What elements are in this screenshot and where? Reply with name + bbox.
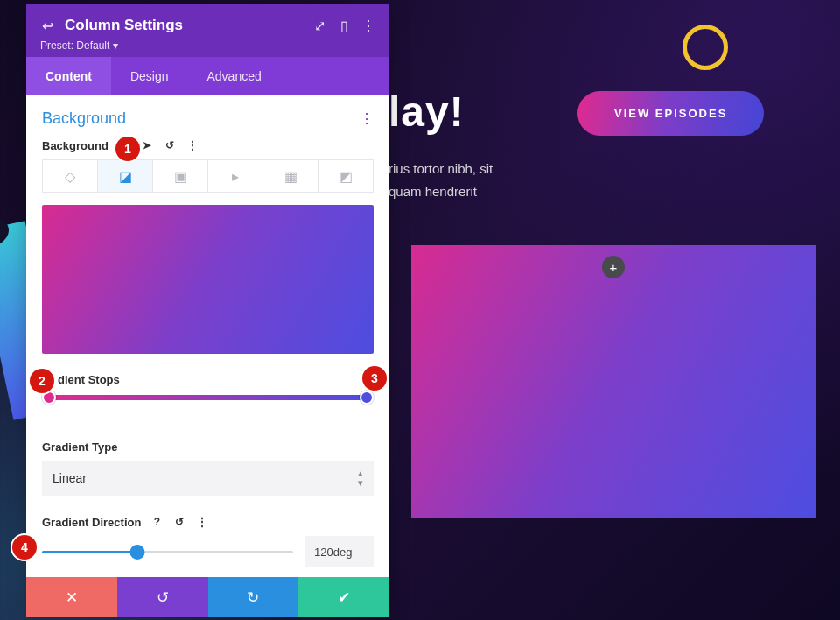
bg-type-pattern-icon[interactable]: ▦ (263, 160, 318, 192)
gradient-type-select[interactable]: Linear ▴▾ (42, 461, 374, 496)
save-button[interactable]: ✔ (298, 577, 389, 617)
column-settings-panel: ↩ Column Settings ⤢ ▯ ⋮ Preset: Default … (26, 4, 389, 617)
column-gradient-preview[interactable] (411, 245, 816, 518)
panel-footer: ✕ ↺ ↻ ✔ (26, 577, 389, 617)
kebab-icon[interactable]: ⋮ (361, 18, 375, 34)
expand-icon[interactable]: ⤢ (312, 18, 326, 34)
help-icon[interactable]: ? (150, 515, 164, 529)
bg-type-gradient-icon[interactable]: ◪ (98, 160, 153, 192)
settings-tabs: Content Design Advanced (26, 57, 389, 95)
tab-content[interactable]: Content (26, 57, 111, 95)
panel-body: Background ⋮ Background ▫ ➤ ↺ ⋮ ◇ ◪ ▣ ▸ … (26, 95, 389, 577)
background-field-label: Background ▫ ➤ ↺ ⋮ (42, 138, 374, 152)
bg-type-video-icon[interactable]: ▸ (208, 160, 263, 192)
section-title-background[interactable]: Background (42, 109, 126, 128)
undo-button[interactable]: ↺ (117, 577, 208, 617)
gradient-stop-handle-2[interactable] (360, 391, 374, 405)
hero-title: lay! (388, 88, 465, 136)
layout-icon[interactable]: ▯ (337, 18, 351, 34)
panel-header: ↩ Column Settings ⤢ ▯ ⋮ Preset: Default … (26, 4, 389, 57)
annotation-4: 4 (12, 535, 37, 560)
back-icon[interactable]: ↩ (40, 18, 54, 34)
preset-selector[interactable]: Preset: Default ▾ (40, 39, 375, 52)
annotation-2: 2 (30, 369, 54, 393)
reset-icon[interactable]: ↺ (163, 138, 177, 152)
view-episodes-button[interactable]: VIEW EPISODES (578, 91, 764, 136)
direction-kebab-icon[interactable]: ⋮ (195, 515, 209, 529)
background-type-tabs: ◇ ◪ ▣ ▸ ▦ ◩ (42, 159, 374, 193)
gradient-type-value: Linear (52, 471, 87, 485)
direction-reset-icon[interactable]: ↺ (172, 515, 186, 529)
hover-icon[interactable]: ➤ (140, 138, 154, 152)
section-kebab-icon[interactable]: ⋮ (360, 110, 374, 127)
bg-type-mask-icon[interactable]: ◩ (318, 160, 373, 192)
add-module-button[interactable]: + (602, 256, 625, 278)
bg-type-color-icon[interactable]: ◇ (43, 160, 98, 192)
gradient-direction-slider[interactable] (42, 551, 293, 553)
hero-text: rius tortor nibh, sit quam hendrerit (388, 158, 493, 202)
gradient-stops-label: dient Stops (58, 373, 374, 386)
bg-type-image-icon[interactable]: ▣ (153, 160, 208, 192)
gradient-stops-slider[interactable] (46, 395, 370, 400)
annotation-1: 1 (116, 137, 140, 161)
cancel-button[interactable]: ✕ (26, 577, 117, 617)
gradient-direction-label: Gradient Direction ? ↺ ⋮ (42, 515, 374, 529)
annotation-3: 3 (362, 366, 387, 391)
redo-button[interactable]: ↻ (208, 577, 299, 617)
chevron-updown-icon: ▴▾ (358, 469, 363, 488)
tab-design[interactable]: Design (111, 57, 188, 95)
gradient-direction-input[interactable]: 120deg (305, 536, 374, 567)
gradient-direction-handle[interactable] (130, 545, 145, 560)
panel-title: Column Settings (65, 17, 302, 34)
field-kebab-icon[interactable]: ⋮ (186, 138, 200, 152)
tab-advanced[interactable]: Advanced (187, 57, 280, 95)
gradient-preview (42, 205, 374, 354)
decorative-ring (682, 25, 728, 70)
gradient-type-label: Gradient Type (42, 440, 374, 454)
